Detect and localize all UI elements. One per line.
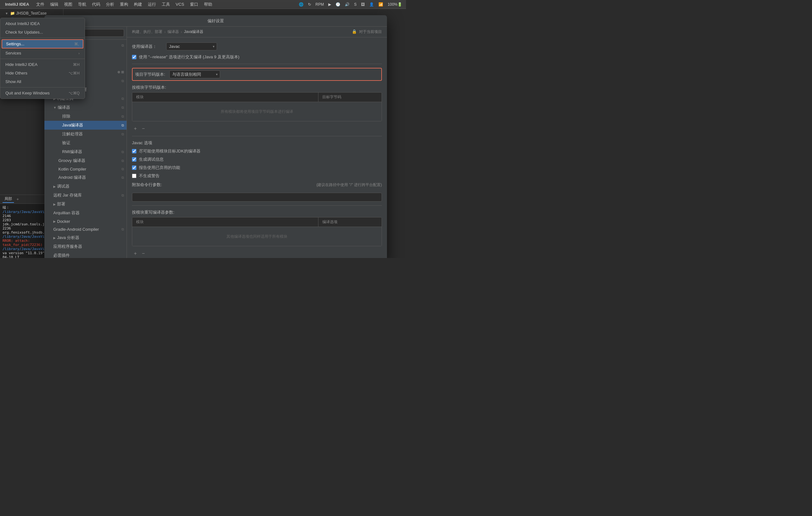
- copy-icon: ⧉: [121, 123, 124, 127]
- menubar-icon-refresh[interactable]: ↻: [307, 2, 313, 7]
- nav-android-compiler[interactable]: Android 编译器 ⧉: [45, 173, 126, 182]
- dropdown-sep-2: [0, 59, 85, 59]
- copy-icon: ⧉: [121, 79, 124, 83]
- nav-kotlin[interactable]: Kotlin Compiler ⧉: [45, 165, 126, 173]
- menu-file[interactable]: 文件: [34, 1, 47, 8]
- javac-checkbox-3[interactable]: [132, 174, 136, 178]
- menu-view[interactable]: 视图: [61, 1, 75, 8]
- tree-icon: 📁: [10, 11, 15, 16]
- menu-tools[interactable]: 工具: [159, 1, 173, 8]
- override-add-btn[interactable]: +: [132, 250, 139, 257]
- menubar-icon-user[interactable]: 👤: [368, 2, 375, 7]
- nav-arrow-icon: ▶: [53, 203, 56, 206]
- nav-java-profiler[interactable]: ▶ Java 分析器: [45, 233, 126, 242]
- dropdown-show-all[interactable]: Show All: [0, 77, 85, 86]
- for-current-project-label: 🔒 对于当前项目: [352, 29, 382, 35]
- javac-checkbox-1[interactable]: [132, 157, 136, 162]
- nav-java-compiler[interactable]: ▶ Java编译器 ⧉: [45, 121, 126, 130]
- nav-remote-jar[interactable]: 远程 Jar 存储库 ⧉: [45, 191, 126, 200]
- nav-label: 部署: [57, 201, 65, 207]
- nav-gradle-android[interactable]: Gradle-Android Compiler ⧉: [45, 225, 126, 233]
- copy-icon: ⧉: [121, 97, 124, 101]
- terminal-tab-local[interactable]: 局部: [3, 195, 14, 203]
- nav-groovy[interactable]: Groovy 编译器 ⧉: [45, 156, 126, 165]
- javac-checkbox-0[interactable]: [132, 149, 136, 153]
- menubar-icon-clock[interactable]: 🕐: [334, 2, 342, 7]
- copy-icon: ⧉: [121, 176, 124, 180]
- menubar-battery: 100%🔋: [386, 2, 403, 7]
- menubar-icon-s[interactable]: S: [353, 2, 358, 7]
- nav-deploy[interactable]: ▶ 部署: [45, 200, 126, 209]
- module-bytecode-empty: 所有模块都将使用项目字节码版本进行编译: [221, 109, 293, 114]
- copy-icon: ⧉: [121, 132, 124, 136]
- nav-compiler[interactable]: ▼ 编译器 ⧉: [45, 103, 126, 112]
- dropdown-sep-1: [0, 38, 85, 38]
- menubar-play[interactable]: ▶: [327, 2, 332, 7]
- javac-section: Javac 选项 尽可能使用模块目标JDK的编译器 生成调试信息 报告使用已弃用…: [132, 140, 382, 179]
- override-remove-btn[interactable]: −: [140, 250, 147, 257]
- nav-debugger[interactable]: ▶ 调试器: [45, 182, 126, 191]
- nav-arquillian[interactable]: Arquillian 容器: [45, 209, 126, 217]
- divider-3: [132, 205, 382, 206]
- module-add-btn[interactable]: +: [132, 125, 139, 132]
- menu-code[interactable]: 代码: [89, 1, 103, 8]
- module-bytecode-label-row: 按模块字节码版本:: [132, 85, 382, 90]
- nav-rmi[interactable]: ▶ RMI编译器 ⧉: [45, 147, 126, 156]
- app-brand[interactable]: IntelliJ IDEA: [3, 1, 32, 7]
- menu-edit[interactable]: 编辑: [48, 1, 61, 8]
- compiler-select[interactable]: Javac: [166, 42, 217, 51]
- nav-label: 注解处理器: [62, 131, 83, 137]
- dropdown-hide-idea[interactable]: Hide IntelliJ IDEA ⌘H: [0, 60, 85, 69]
- plugin-icons: ⊕ ⊞: [117, 70, 124, 74]
- nav-annotation[interactable]: ▶ 注解处理器 ⧉: [45, 130, 126, 139]
- menu-navigate[interactable]: 导航: [76, 1, 89, 8]
- tree-arrow: ▼: [5, 12, 8, 15]
- terminal-add-tab[interactable]: +: [17, 197, 19, 202]
- release-checkbox[interactable]: [132, 55, 136, 59]
- settings-content: 构建、执行、部署 › 编译器 › Java编译器 🔒 对于当前项目 使用编译器：: [127, 27, 387, 258]
- project-bytecode-row: 项目字节码版本: 与语言级别相同: [132, 68, 382, 81]
- project-bytecode-select[interactable]: 与语言级别相同: [169, 70, 220, 78]
- nav-arrow-icon: ▶: [53, 185, 56, 188]
- project-bytecode-select-wrapper: 与语言级别相同: [169, 70, 220, 78]
- nav-arrow-icon: ▶: [53, 236, 56, 240]
- menubar-icon-wifi[interactable]: 📶: [377, 2, 384, 7]
- dropdown-about[interactable]: About IntelliJ IDEA: [0, 19, 85, 28]
- menubar: IntelliJ IDEA 文件 编辑 视图 导航 代码 分析 重构 构建 运行…: [0, 0, 406, 9]
- breadcrumb-compiler[interactable]: 编译器: [168, 29, 179, 35]
- menubar-right: 🌐 ↻ RPM ▶ 🕐 🔊 S 🖼 👤 📶 100%🔋: [297, 2, 403, 7]
- additional-params-input[interactable]: [132, 193, 382, 202]
- dropdown-services[interactable]: Services ›: [0, 49, 85, 57]
- module-remove-btn[interactable]: −: [140, 125, 147, 132]
- dropdown-quit[interactable]: Quit and Keep Windows ⌥⌘Q: [0, 89, 85, 97]
- javac-opt-1: 生成调试信息: [132, 157, 382, 162]
- menu-run[interactable]: 运行: [145, 1, 158, 8]
- menu-help[interactable]: 帮助: [201, 1, 215, 8]
- menu-build[interactable]: 构建: [131, 1, 145, 8]
- menu-analyze[interactable]: 分析: [104, 1, 117, 8]
- nav-validation[interactable]: ▶ 验证: [45, 139, 126, 147]
- nav-label: 验证: [62, 140, 70, 146]
- dropdown-hide-others[interactable]: Hide Others ⌥⌘H: [0, 69, 85, 77]
- nav-label: Java编译器: [62, 122, 83, 128]
- dropdown-check-updates[interactable]: Check for Updates...: [0, 28, 85, 36]
- javac-checkbox-2[interactable]: [132, 165, 136, 170]
- nav-app-server[interactable]: 应用程序服务器: [45, 242, 126, 251]
- breadcrumb-build[interactable]: 构建、执行、部署: [132, 29, 163, 35]
- menubar-icon-sound[interactable]: 🔊: [344, 2, 351, 7]
- override-section-label-row: 按模块重写编译器参数:: [132, 210, 382, 215]
- nav-exclude[interactable]: ▶ 排除 ⧉: [45, 112, 126, 121]
- nav-label: 必需插件: [53, 253, 70, 258]
- nav-label: Kotlin Compiler: [58, 167, 86, 172]
- copy-icon: ⧉: [121, 150, 124, 154]
- menubar-icon-globe[interactable]: 🌐: [297, 2, 305, 7]
- nav-required-plugins[interactable]: 必需插件: [45, 251, 126, 258]
- menubar-icon-photo[interactable]: 🖼: [360, 2, 366, 7]
- dropdown-settings[interactable]: Settings... ⌘,: [2, 39, 83, 49]
- menu-window[interactable]: 窗口: [187, 1, 201, 8]
- menu-vcs[interactable]: VCS: [173, 1, 187, 7]
- submenu-arrow-icon: ›: [78, 51, 80, 55]
- nav-docker[interactable]: ▶ Docker: [45, 217, 126, 225]
- menu-refactor[interactable]: 重构: [117, 1, 131, 8]
- override-table-body: 其他编译选项也同样适用于所有模块: [132, 227, 382, 246]
